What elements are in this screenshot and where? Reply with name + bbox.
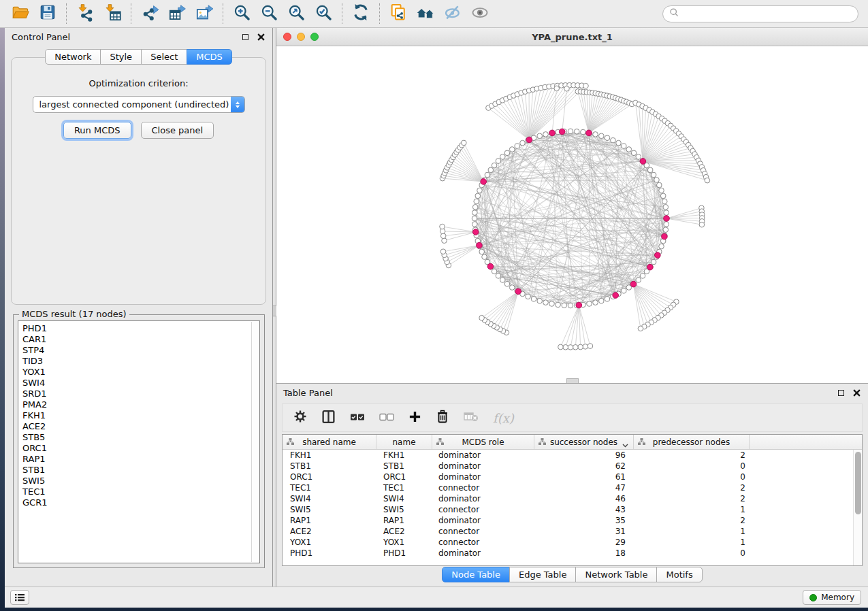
save-session-button[interactable] bbox=[34, 2, 61, 25]
tab-network-table[interactable]: Network Table bbox=[575, 567, 657, 582]
mcds-result-item[interactable]: SWI5 bbox=[22, 476, 250, 486]
first-neighbors-button[interactable] bbox=[412, 2, 439, 25]
import-table-button[interactable] bbox=[99, 2, 126, 25]
mcds-result-item[interactable]: TID3 bbox=[22, 356, 250, 367]
mcds-result-item[interactable]: STB5 bbox=[22, 432, 250, 443]
mcds-result-item[interactable]: SWI4 bbox=[22, 378, 250, 389]
column-header-predecessor-nodes[interactable]: predecessor nodes bbox=[634, 435, 750, 449]
float-table-panel-button[interactable] bbox=[836, 388, 846, 397]
mcds-result-item[interactable]: PHD1 bbox=[22, 323, 250, 334]
table-cell: 2 bbox=[634, 516, 750, 525]
export-table-button[interactable] bbox=[163, 2, 191, 25]
column-header-successor-nodes[interactable]: successor nodes bbox=[534, 435, 634, 449]
tab-style[interactable]: Style bbox=[100, 49, 142, 65]
hide-selected-button[interactable] bbox=[439, 2, 466, 25]
deselect-all-button[interactable] bbox=[379, 412, 394, 425]
table-cell: 1 bbox=[634, 538, 750, 547]
network-window-titlebar[interactable]: YPA_prune.txt_1 bbox=[276, 28, 868, 46]
maximize-window-icon[interactable] bbox=[310, 33, 319, 41]
import-table-icon bbox=[103, 3, 122, 24]
show-column-button[interactable] bbox=[321, 410, 336, 427]
column-header-shared-name[interactable]: shared name bbox=[283, 435, 376, 449]
network-canvas[interactable] bbox=[276, 46, 868, 383]
table-row[interactable]: YOX1YOX1connector291 bbox=[283, 537, 862, 548]
list-scrollbar-track[interactable] bbox=[251, 322, 259, 562]
mcds-result-item[interactable]: STP4 bbox=[22, 345, 250, 356]
mcds-result-item[interactable]: ACE2 bbox=[22, 421, 250, 432]
zoom-in-button[interactable] bbox=[228, 2, 255, 25]
create-column-button[interactable] bbox=[408, 410, 421, 426]
task-monitor-button[interactable] bbox=[10, 590, 29, 605]
memory-button[interactable]: Memory bbox=[803, 590, 861, 605]
mcds-result-item[interactable]: GCR1 bbox=[22, 497, 250, 508]
import-network-button[interactable] bbox=[71, 2, 99, 25]
table-row[interactable]: ACE2ACE2connector311 bbox=[283, 526, 862, 537]
mcds-result-item[interactable]: ORC1 bbox=[22, 443, 250, 454]
zoom-fit-icon bbox=[287, 3, 306, 24]
select-all-button[interactable] bbox=[350, 412, 365, 425]
show-all-button[interactable] bbox=[466, 2, 494, 25]
zoom-out-button[interactable] bbox=[255, 2, 283, 25]
table-cell: 43 bbox=[534, 505, 634, 514]
table-cell: 29 bbox=[534, 538, 634, 547]
column-header-MCDS-role[interactable]: MCDS role bbox=[432, 435, 534, 449]
delete-columns-button[interactable] bbox=[436, 410, 449, 426]
search-box[interactable] bbox=[662, 5, 858, 22]
column-header-name[interactable]: name bbox=[376, 435, 432, 449]
table-cell: SWI5 bbox=[283, 505, 376, 514]
tab-network[interactable]: Network bbox=[45, 49, 101, 65]
mcds-result-item[interactable]: PMA2 bbox=[22, 399, 250, 410]
table-cell: 61 bbox=[534, 472, 634, 482]
open-file-button[interactable] bbox=[7, 2, 34, 25]
tab-select[interactable]: Select bbox=[141, 49, 187, 65]
export-network-icon bbox=[141, 3, 159, 24]
export-network-button[interactable] bbox=[136, 2, 163, 25]
tab-edge-table[interactable]: Edge Table bbox=[509, 567, 576, 582]
scrollbar-thumb[interactable] bbox=[855, 452, 861, 514]
tab-motifs[interactable]: Motifs bbox=[656, 567, 702, 582]
table-row[interactable]: FKH1FKH1dominator962 bbox=[283, 450, 862, 461]
apply-layout-button[interactable] bbox=[347, 2, 374, 25]
mcds-result-item[interactable]: CAR1 bbox=[22, 334, 250, 345]
search-input[interactable] bbox=[684, 9, 852, 19]
table-row[interactable]: SWI4SWI4dominator462 bbox=[283, 493, 862, 504]
mcds-result-list[interactable]: PHD1CAR1STP4TID3YOX1SWI4SRD1PMA2FKH1ACE2… bbox=[18, 320, 260, 563]
trash-icon bbox=[436, 410, 449, 423]
column-namespace-icon bbox=[287, 438, 294, 448]
mcds-result-item[interactable]: YOX1 bbox=[22, 367, 250, 378]
table-row[interactable]: PHD1PHD1dominator180 bbox=[283, 548, 862, 559]
table-cell: dominator bbox=[432, 516, 534, 525]
table-row[interactable]: ORC1ORC1dominator610 bbox=[283, 472, 862, 482]
table-row[interactable]: SWI5SWI5connector431 bbox=[283, 504, 862, 515]
mcds-result-item[interactable]: SRD1 bbox=[22, 389, 250, 399]
tab-node-table[interactable]: Node Table bbox=[442, 567, 510, 582]
float-panel-button[interactable] bbox=[240, 32, 250, 42]
mcds-result-item[interactable]: STB1 bbox=[22, 465, 250, 476]
column-namespace-icon bbox=[638, 438, 645, 448]
table-scrollbar[interactable] bbox=[853, 450, 862, 565]
refresh-arrows-icon bbox=[351, 3, 370, 24]
column-header-label: name bbox=[392, 437, 415, 447]
table-row[interactable]: TEC1TEC1connector472 bbox=[283, 482, 862, 493]
minimize-window-icon[interactable] bbox=[297, 33, 305, 41]
close-table-panel-button[interactable] bbox=[852, 388, 861, 397]
run-mcds-button[interactable]: Run MCDS bbox=[63, 122, 131, 139]
close-panel-button-mcds[interactable]: Close panel bbox=[141, 122, 214, 139]
table-options-button[interactable] bbox=[293, 410, 307, 426]
zoom-fit-button[interactable] bbox=[283, 2, 310, 25]
export-image-button[interactable] bbox=[191, 2, 218, 25]
close-window-icon[interactable] bbox=[283, 33, 291, 41]
network-graph[interactable] bbox=[276, 46, 868, 383]
table-row[interactable]: STB1STB1dominator620 bbox=[283, 461, 862, 472]
new-network-from-selection-button[interactable] bbox=[385, 2, 412, 25]
zoom-selected-button[interactable] bbox=[310, 2, 337, 25]
table-row[interactable]: RAP1RAP1dominator352 bbox=[283, 515, 862, 526]
mcds-result-item[interactable]: RAP1 bbox=[22, 454, 250, 465]
mcds-result-item[interactable]: TEC1 bbox=[22, 486, 250, 497]
selected-criterion-value: largest connected component (undirected) bbox=[33, 99, 229, 110]
tab-mcds[interactable]: MCDS bbox=[187, 49, 232, 65]
optimization-criterion-select[interactable]: largest connected component (undirected) bbox=[33, 96, 245, 113]
mcds-result-item[interactable]: FKH1 bbox=[22, 410, 250, 421]
horizontal-splitter-handle[interactable] bbox=[566, 378, 579, 383]
close-panel-button[interactable] bbox=[256, 32, 266, 42]
